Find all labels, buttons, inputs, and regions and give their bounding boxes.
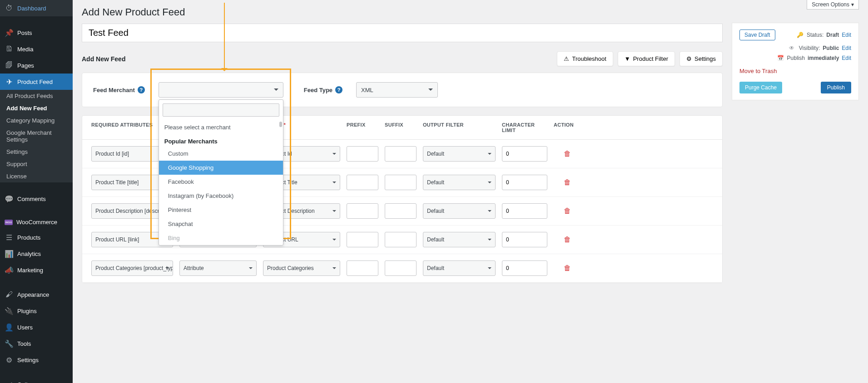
limit-input[interactable] (502, 146, 547, 162)
sidebar-item-dashboard[interactable]: ⏱Dashboard (0, 0, 73, 16)
filter-select[interactable]: Default (423, 203, 496, 219)
prefix-input[interactable] (347, 175, 378, 190)
publish-sidebar: Save Draft 🔑Status: Draft Edit 👁Visibili… (732, 5, 859, 283)
suffix-input[interactable] (385, 175, 417, 190)
sidebar-item-label: Analytics (17, 250, 41, 257)
suffix-input[interactable] (385, 260, 417, 276)
merchant-option-instagram[interactable]: Instagram (by Facebook) (159, 189, 283, 203)
sidebar-item-label: Plugins (17, 308, 37, 314)
sidebar-item-comments[interactable]: 💬Comments (0, 191, 73, 207)
suffix-input[interactable] (385, 146, 417, 162)
key-icon: 🔑 (797, 32, 804, 38)
feed-merchant-select[interactable] (159, 82, 283, 98)
submenu-all-feeds[interactable]: All Product Feeds (0, 90, 73, 102)
prefix-input[interactable] (347, 146, 378, 162)
sidebar-collapse[interactable]: ◀Collapse menu (0, 376, 73, 383)
purge-cache-button[interactable]: Purge Cache (739, 82, 782, 93)
sidebar-item-product-feed[interactable]: ✈Product Feed (0, 74, 73, 90)
delete-row-button[interactable]: 🗑 (554, 207, 581, 215)
submenu-category-mapping[interactable]: Category Mapping (0, 114, 73, 127)
media-icon: 🖻 (5, 44, 14, 54)
product-filter-button[interactable]: ▼Product Filter (618, 51, 675, 66)
submenu-license[interactable]: License (0, 170, 73, 182)
feed-icon: ✈ (5, 77, 14, 86)
delete-row-button[interactable]: 🗑 (554, 236, 581, 244)
sidebar-item-products[interactable]: ☰Products (0, 229, 73, 246)
sidebar-item-label: Tools (17, 340, 31, 347)
sidebar-item-appearance[interactable]: 🖌Appearance (0, 286, 73, 303)
save-draft-button[interactable]: Save Draft (739, 29, 775, 40)
suffix-input[interactable] (385, 232, 417, 247)
merchant-option-custom[interactable]: Custom (159, 147, 283, 161)
help-icon[interactable]: ? (335, 86, 342, 93)
merchant-dropdown: Please select a merchant Popular Merchan… (159, 99, 283, 246)
filter-select[interactable]: Default (423, 175, 496, 190)
edit-visibility-link[interactable]: Edit (842, 45, 851, 51)
screen-options-toggle[interactable]: Screen Options▾ (807, 0, 859, 10)
col-suffix: SUFFIX (385, 122, 417, 133)
delete-row-button[interactable]: 🗑 (554, 264, 581, 272)
value-select[interactable]: Product Categories (263, 260, 340, 276)
feed-type-label: Feed Type? (304, 86, 342, 93)
sidebar-item-settings[interactable]: ⚙Settings (0, 352, 73, 368)
suffix-input[interactable] (385, 203, 417, 219)
move-to-trash-link[interactable]: Move to Trash (739, 68, 777, 74)
sidebar-item-media[interactable]: 🖻Media (0, 41, 73, 57)
prefix-input[interactable] (347, 260, 378, 276)
sidebar-item-posts[interactable]: 📌Posts (0, 25, 73, 41)
settings-icon: ⚙ (5, 355, 14, 364)
merchant-option-bing[interactable]: Bing (159, 231, 283, 245)
woo-icon: woo (5, 220, 13, 225)
prefix-input[interactable] (347, 232, 378, 247)
merchant-option-facebook[interactable]: Facebook (159, 175, 283, 189)
sidebar-item-plugins[interactable]: 🔌Plugins (0, 303, 73, 319)
limit-input[interactable] (502, 203, 547, 219)
type-select[interactable]: Attribute (179, 260, 257, 276)
settings-button[interactable]: ⚙Settings (680, 51, 723, 66)
submenu-support[interactable]: Support (0, 158, 73, 170)
submenu-settings[interactable]: Settings (0, 146, 73, 158)
dropdown-group-label: Popular Merchants (159, 134, 283, 147)
merchant-option-snapchat[interactable]: Snapchat (159, 217, 283, 231)
sidebar-item-pages[interactable]: 🗐Pages (0, 57, 73, 74)
sidebar-item-woocommerce[interactable]: wooWooCommerce (0, 215, 73, 229)
sidebar-item-tools[interactable]: 🔧Tools (0, 335, 73, 352)
help-icon[interactable]: ? (138, 86, 145, 93)
merchant-panel: Feed Merchant? Please select a merchant (82, 73, 723, 107)
feed-title-input[interactable] (82, 24, 723, 42)
filter-select[interactable]: Default (423, 146, 496, 162)
publish-box: Save Draft 🔑Status: Draft Edit 👁Visibili… (732, 23, 859, 100)
edit-publish-link[interactable]: Edit (842, 55, 851, 61)
col-prefix: PREFIX (347, 122, 378, 133)
products-icon: ☰ (5, 233, 14, 242)
delete-row-button[interactable]: 🗑 (554, 150, 581, 158)
limit-input[interactable] (502, 260, 547, 276)
sidebar-item-marketing[interactable]: 📣Marketing (0, 262, 73, 278)
edit-status-link[interactable]: Edit (842, 32, 851, 38)
limit-input[interactable] (502, 232, 547, 247)
delete-row-button[interactable]: 🗑 (554, 178, 581, 187)
table-row: Product Categories [product_type] Attrib… (82, 254, 722, 283)
pin-icon: 📌 (5, 28, 14, 37)
limit-input[interactable] (502, 175, 547, 190)
sidebar-item-analytics[interactable]: 📊Analytics (0, 246, 73, 262)
merchant-search-input[interactable] (163, 103, 279, 117)
prefix-input[interactable] (347, 203, 378, 219)
troubleshoot-button[interactable]: ⚠Troubleshoot (557, 51, 613, 66)
comments-icon: 💬 (5, 194, 14, 203)
filter-select[interactable]: Default (423, 232, 496, 247)
submenu-google-merchant[interactable]: Google Merchant Settings (0, 127, 73, 146)
dashboard-icon: ⏱ (5, 4, 14, 13)
gear-icon: ⚙ (686, 55, 692, 62)
sidebar-item-label: Comments (17, 196, 46, 202)
feed-type-select[interactable]: XML (356, 82, 438, 98)
attr-select[interactable]: Product Categories [product_type] (91, 260, 173, 276)
scrollbar[interactable] (279, 122, 282, 127)
submenu-add-new-feed[interactable]: Add New Feed (0, 102, 73, 114)
merchant-option-pinterest[interactable]: Pinterest (159, 203, 283, 217)
eye-icon: 👁 (789, 45, 796, 51)
sidebar-item-users[interactable]: 👤Users (0, 319, 73, 335)
filter-select[interactable]: Default (423, 260, 496, 276)
publish-button[interactable]: Publish (821, 82, 851, 93)
merchant-option-google-shopping[interactable]: Google Shopping (159, 161, 283, 175)
